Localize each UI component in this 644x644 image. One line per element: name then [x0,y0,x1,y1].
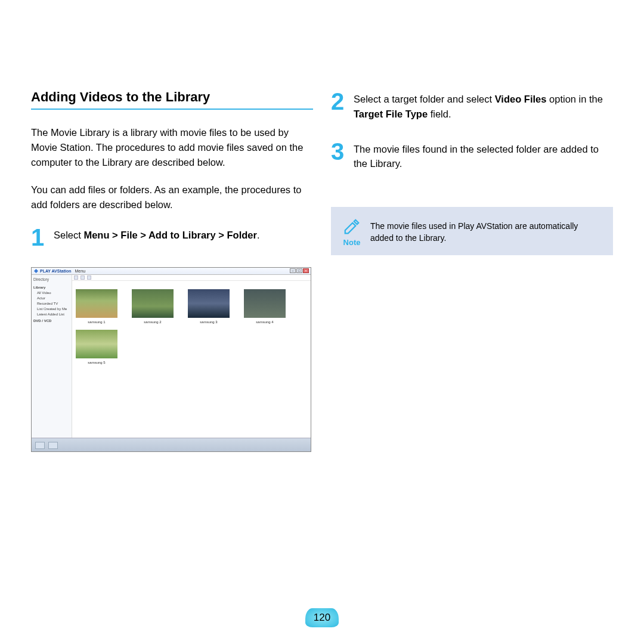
status-button[interactable] [48,442,58,449]
screenshot-app-title-text: PLAY AVStation [40,269,72,273]
video-thumbnail[interactable]: samsung 2 [132,289,174,324]
pencil-icon [343,218,361,236]
thumbnail-grid: samsung 1 samsung 2 samsung 3 samsung 4 … [72,281,311,373]
intro-paragraph-2: You can add files or folders. As an exam… [31,182,313,212]
status-button[interactable] [35,442,45,449]
thumbnail-image [188,289,230,318]
screenshot-app-title: PLAY AVStation [34,269,72,273]
toolbar-button[interactable] [74,275,78,280]
step-1-bold: Menu > File > Add to Library > Folder [83,230,256,240]
window-buttons: – □ × [290,268,309,273]
tree-item[interactable]: Recorded TV [33,301,70,306]
screenshot-sidebar: Directory Library All Video Actor Record… [32,275,72,438]
tree-item-dvd[interactable]: DVD / VCD [33,318,70,324]
screenshot-titlebar: PLAY AVStation Menu – □ × [32,268,311,275]
tree-item[interactable]: Latest Added List [33,312,70,317]
minimize-button[interactable]: – [290,268,296,273]
toolbar-button[interactable] [87,275,91,280]
step-1-text: Select Menu > File > Add to Library > Fo… [54,225,260,243]
app-logo-icon [34,269,38,273]
screenshot-main: samsung 1 samsung 2 samsung 3 samsung 4 … [72,275,311,415]
step-3-text: The movie files found in the selected fo… [354,140,613,172]
intro-paragraph-1: The Movie Library is a library with movi… [31,125,313,169]
close-button[interactable]: × [303,268,309,273]
thumbnail-label: samsung 2 [144,320,161,324]
screenshot-body: Directory Library All Video Actor Record… [32,275,311,438]
section-title: Adding Videos to the Library [31,89,313,110]
thumbnail-image [76,330,117,358]
tree-item[interactable]: Actor [33,296,70,301]
screenshot-toolbar [72,275,311,281]
step-1-number: 1 [31,225,47,249]
thumbnail-image [76,289,117,318]
tree-item[interactable]: List Created by Me [33,306,70,312]
step-1: 1 Select Menu > File > Add to Library > … [31,225,313,249]
screenshot-statusbar [32,438,311,452]
note-text: The movie files used in Play AVStation a… [370,221,601,244]
step-2-mid: option in the [546,94,603,104]
step-2-bold2: Target File Type [354,109,428,119]
app-screenshot: PLAY AVStation Menu – □ × File(F)▸ Edit(… [31,267,311,452]
maximize-button[interactable]: □ [296,268,302,273]
step-3: 3 The movie files found in the selected … [331,140,613,172]
video-thumbnail[interactable]: samsung 4 [244,289,286,324]
thumbnail-label: samsung 3 [200,320,217,324]
thumbnail-image [132,289,174,318]
directory-tree: Library All Video Actor Recorded TV List… [33,285,70,324]
step-3-number: 3 [331,140,346,163]
screenshot-menu-label[interactable]: Menu [75,269,86,273]
page-number: 120 [305,608,339,627]
step-1-post: . [257,230,260,240]
thumbnail-image [244,289,286,318]
thumbnail-label: samsung 4 [256,320,273,324]
toolbar-button[interactable] [80,275,85,280]
step-2-number: 2 [331,89,346,113]
step-2-post: field. [428,109,451,119]
note-label: Note [343,238,361,247]
note-box: Note The movie files used in Play AVStat… [331,207,613,255]
step-2: 2 Select a target folder and select Vide… [331,89,613,122]
step-2-text: Select a target folder and select Video … [354,89,613,122]
thumbnail-label: samsung 5 [88,361,105,364]
step-1-pre: Select [54,230,83,240]
tree-item[interactable]: All Video [33,290,70,296]
directory-label: Directory [33,277,70,281]
step-2-pre: Select a target folder and select [354,94,495,104]
tree-root[interactable]: Library [33,285,70,290]
note-icon-wrap: Note [343,218,361,247]
video-thumbnail[interactable]: samsung 3 [188,289,230,324]
step-2-bold1: Video Files [495,94,547,104]
thumbnail-label: samsung 1 [88,320,105,324]
video-thumbnail[interactable]: samsung 1 [76,289,117,324]
video-thumbnail[interactable]: samsung 5 [76,330,117,364]
